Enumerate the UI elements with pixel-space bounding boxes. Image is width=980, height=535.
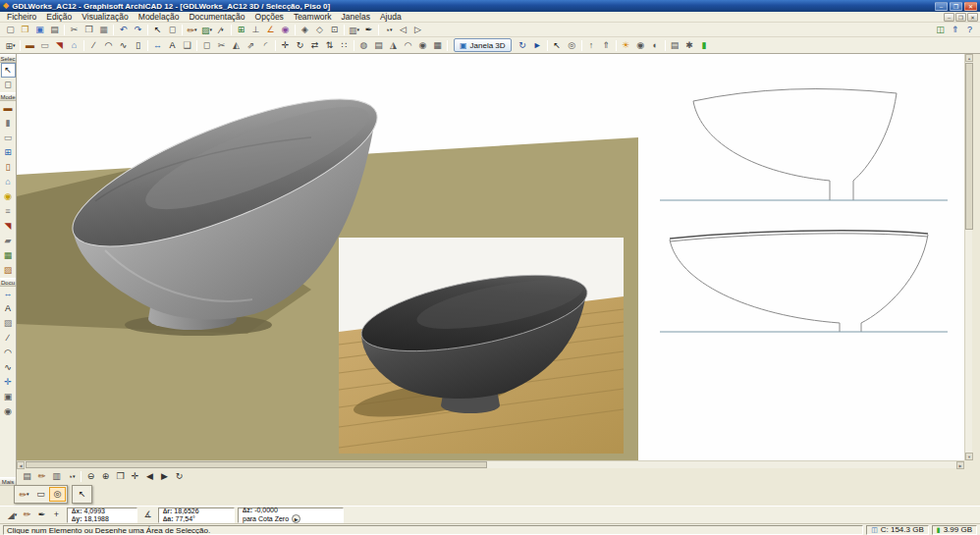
zoom-level-icon[interactable]: ◔▾: [381, 24, 396, 36]
delta-xy-field[interactable]: ∆x:4,0993 ∆y:18,1988: [67, 508, 137, 523]
titlebar[interactable]: ◆ GDLWorks_AC12 - Graphisoft ArchiCAD 12…: [0, 0, 980, 12]
mirror-icon[interactable]: ⇄: [307, 39, 322, 52]
menu-item-op-es[interactable]: Opções: [250, 12, 289, 23]
lamp-tool-icon[interactable]: ◉: [1, 189, 16, 204]
vertical-scrollbar[interactable]: ▲ ▼: [964, 54, 972, 460]
fill-type-icon[interactable]: ▨▾: [199, 24, 214, 36]
previous-view-icon[interactable]: ◀: [142, 470, 157, 483]
guide-lines-icon[interactable]: ∠: [263, 24, 278, 36]
text-icon[interactable]: A: [165, 39, 180, 52]
fit-in-window-icon[interactable]: ❒: [113, 470, 128, 483]
layers-3d-icon[interactable]: ▤: [668, 39, 682, 52]
cut-icon[interactable]: ✂: [67, 24, 82, 36]
scale-quick-icon[interactable]: ◔▾: [64, 470, 79, 483]
horizontal-scrollbar[interactable]: ◀ ▶: [17, 460, 964, 468]
walk-mode-icon[interactable]: ⇑: [599, 39, 614, 52]
next-view-icon[interactable]: ▶: [157, 470, 172, 483]
camera-tool-icon[interactable]: ◉: [1, 404, 16, 419]
dimension-icon[interactable]: ↔: [150, 39, 165, 52]
child-close-button[interactable]: ✕: [967, 13, 978, 22]
pen-sets-icon[interactable]: ✒: [361, 24, 376, 36]
stair-tool-icon[interactable]: ≡: [1, 204, 16, 219]
copy-icon[interactable]: ❒: [82, 24, 96, 36]
new-file-icon[interactable]: ▢: [3, 24, 18, 36]
dimension-tool-icon[interactable]: ↔: [1, 287, 16, 301]
gravity-icon[interactable]: ⊥: [248, 24, 263, 36]
menu-item-modela-o[interactable]: Modelação: [134, 12, 185, 23]
spline-tool-icon[interactable]: ∿: [1, 360, 16, 375]
worksheet-icon[interactable]: ▤: [371, 39, 386, 52]
suspend-groups-icon[interactable]: ◇: [312, 24, 327, 36]
pen-sets-quick-icon[interactable]: ✏: [34, 470, 49, 483]
pen-segment-icon[interactable]: ✏▾: [16, 487, 32, 502]
roof-tool-icon[interactable]: ◥: [1, 219, 16, 234]
undo-icon[interactable]: ↶: [116, 24, 131, 36]
delta-ra-field[interactable]: ∆r:18,6526 ∆a:77,54°: [158, 508, 235, 523]
layers-quick-icon[interactable]: ▥: [49, 470, 64, 483]
pen-colour-icon[interactable]: ✏▾: [185, 24, 199, 36]
menu-item-ficheiro[interactable]: Ficheiro: [2, 12, 41, 23]
publish-icon[interactable]: ⇑: [948, 24, 962, 36]
wall-tool-icon[interactable]: ▬: [1, 101, 16, 116]
text-tool-icon[interactable]: A: [1, 301, 16, 316]
elevate-icon[interactable]: ⇅: [322, 39, 337, 52]
selection-marquee-icon[interactable]: ◻: [199, 39, 214, 52]
arc-tool-icon[interactable]: ◠: [1, 346, 16, 360]
grid-snap-icon[interactable]: ⊞: [234, 24, 248, 36]
print-icon[interactable]: ▤: [47, 24, 62, 36]
roof-quick-icon[interactable]: ◥: [52, 39, 67, 52]
marquee-icon[interactable]: ◻: [165, 24, 180, 36]
detail-icon[interactable]: ◍: [356, 39, 371, 52]
delta-z-field[interactable]: ∆z:-0,0000 para Cota Zero▶: [238, 508, 344, 523]
vertical-scroll-thumb[interactable]: [965, 63, 973, 230]
pan-icon[interactable]: ✛: [128, 470, 142, 483]
paste-icon[interactable]: ▦: [96, 24, 111, 36]
ok-indicator-icon[interactable]: ▮: [697, 39, 712, 52]
object-quick-icon[interactable]: ⌂: [67, 39, 82, 52]
close-button[interactable]: ✕: [964, 2, 977, 11]
menu-item-edi-o[interactable]: Edição: [41, 12, 77, 23]
scroll-up-icon[interactable]: ▲: [965, 54, 973, 62]
help-icon[interactable]: ?: [962, 24, 977, 36]
pointer-icon[interactable]: ↖: [74, 487, 90, 502]
pen-up-icon[interactable]: ✏: [20, 508, 34, 521]
slab-tool-icon[interactable]: ▰: [1, 234, 16, 248]
origin-icon[interactable]: ◢▾: [5, 508, 20, 521]
rendered-preview-image[interactable]: [339, 238, 624, 454]
adjust-icon[interactable]: ⇗: [244, 39, 258, 52]
cursor-snap-icon[interactable]: ◉: [278, 24, 293, 36]
show-selection-3d-icon[interactable]: ↖: [550, 39, 565, 52]
render-icon[interactable]: ◐: [648, 39, 663, 52]
figure-tool-icon[interactable]: ▣: [1, 390, 16, 404]
rectangle-icon[interactable]: ▯: [131, 39, 145, 52]
pen-reference-icon[interactable]: ✒: [34, 508, 49, 521]
arc-icon[interactable]: ◠: [101, 39, 116, 52]
elevation-icon[interactable]: ◠: [401, 39, 415, 52]
split-icon[interactable]: ◭: [229, 39, 244, 52]
orbit-view-icon[interactable]: ↻: [172, 470, 187, 483]
wall-quick-icon[interactable]: ▬: [23, 39, 37, 52]
settings-3d-icon[interactable]: ✱: [682, 39, 697, 52]
door-tool-icon[interactable]: ▯: [1, 160, 16, 175]
redo-icon[interactable]: ↷: [131, 24, 145, 36]
mesh-tool-icon[interactable]: ▦: [1, 248, 16, 263]
scroll-left-icon[interactable]: ◀: [17, 461, 25, 469]
maximize-button[interactable]: ❐: [950, 2, 962, 11]
rotate-icon[interactable]: ↻: [293, 39, 307, 52]
quick-options-icon[interactable]: ▤: [20, 470, 34, 483]
child-restore-button[interactable]: ❐: [955, 13, 966, 22]
trim-icon[interactable]: ✂: [214, 39, 229, 52]
fly-mode-icon[interactable]: ↑: [584, 39, 599, 52]
sun-settings-icon[interactable]: ☀: [619, 39, 633, 52]
window-tool-icon[interactable]: ⊞: [1, 145, 16, 160]
groups-icon[interactable]: ◈: [298, 24, 312, 36]
arc-segment-icon[interactable]: ◎: [49, 487, 66, 502]
lock-icon[interactable]: ⊡: [327, 24, 342, 36]
explore-icon[interactable]: ►: [530, 39, 545, 52]
3d-view-svg[interactable]: [17, 54, 964, 460]
menu-item-documenta-o[interactable]: Documentação: [184, 12, 249, 23]
move-icon[interactable]: ✛: [278, 39, 293, 52]
orbit-icon[interactable]: ↻: [516, 39, 530, 52]
janela-3d-button[interactable]: ▣ Janela 3D: [454, 38, 512, 52]
layers-icon[interactable]: ▥▾: [347, 24, 361, 36]
